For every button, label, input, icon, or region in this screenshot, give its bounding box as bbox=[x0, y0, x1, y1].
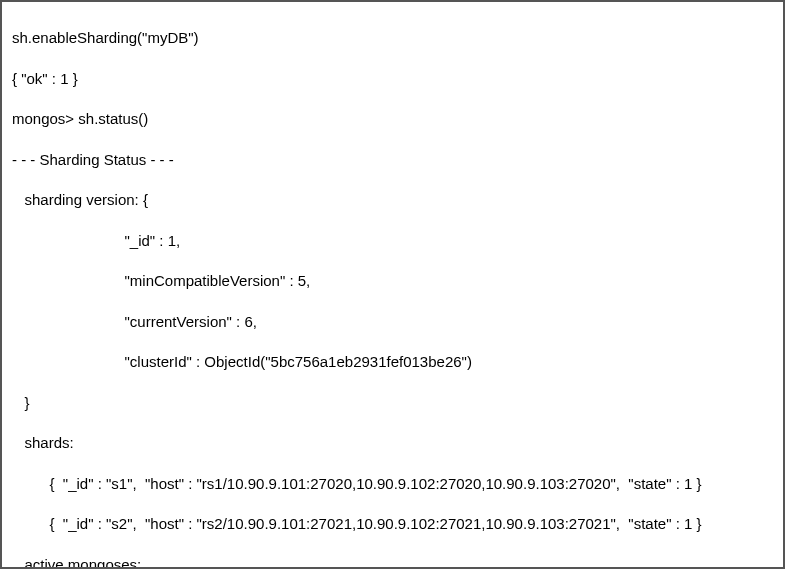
sharding-version-current: "currentVersion" : 6, bbox=[12, 312, 773, 332]
shard-s2: { "_id" : "s2", "host" : "rs2/10.90.9.10… bbox=[12, 514, 773, 534]
result-ok: { "ok" : 1 } bbox=[12, 69, 773, 89]
cmd-enable-sharding: sh.enableSharding("myDB") bbox=[12, 28, 773, 48]
sharding-version-clusterid: "clusterId" : ObjectId("5bc756a1eb2931fe… bbox=[12, 352, 773, 372]
cmd-sh-status: mongos> sh.status() bbox=[12, 109, 773, 129]
sharding-version-open: sharding version: { bbox=[12, 190, 773, 210]
shard-s1: { "_id" : "s1", "host" : "rs1/10.90.9.10… bbox=[12, 474, 773, 494]
sharding-version-id: "_id" : 1, bbox=[12, 231, 773, 251]
terminal-output: sh.enableSharding("myDB") { "ok" : 1 } m… bbox=[0, 0, 785, 569]
sharding-version-close: } bbox=[12, 393, 773, 413]
active-mongoses-header: active mongoses: bbox=[12, 555, 773, 569]
status-header: - - - Sharding Status - - - bbox=[12, 150, 773, 170]
sharding-version-mincompat: "minCompatibleVersion" : 5, bbox=[12, 271, 773, 291]
shards-header: shards: bbox=[12, 433, 773, 453]
